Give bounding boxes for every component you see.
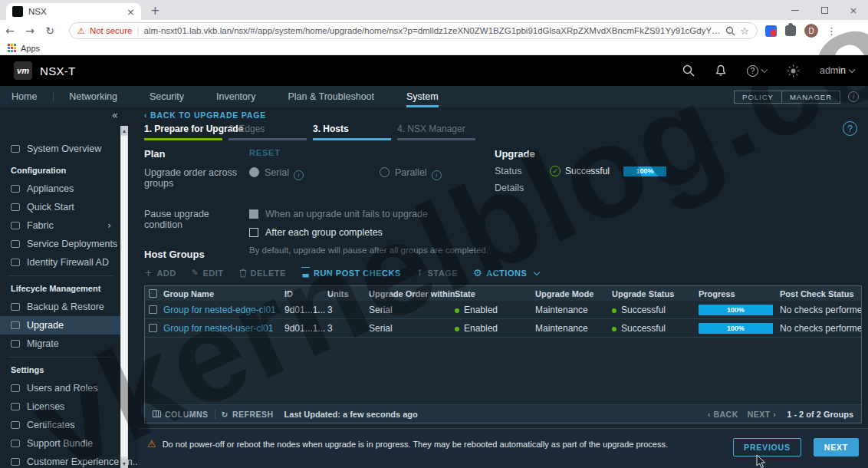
select-all-checkbox[interactable] [149, 289, 157, 298]
parallel-info-icon[interactable]: i [432, 170, 442, 180]
reload-icon[interactable]: ↻ [40, 25, 60, 37]
sidebar-scrollbar[interactable]: ▲ ▼ [120, 126, 128, 468]
sidebar-item-support-bundle[interactable]: Support Bundle [0, 434, 120, 453]
scroll-down-icon[interactable]: ▼ [120, 459, 128, 468]
window-maximize-button[interactable] [810, 0, 839, 20]
nav-item-system[interactable]: System [406, 86, 439, 107]
col-post-check-status[interactable]: Post Check Status [780, 289, 861, 298]
nav-item-security[interactable]: Security [150, 86, 184, 107]
browser-menu-icon[interactable]: ⋮ [827, 25, 837, 37]
scroll-up-icon[interactable]: ▲ [120, 126, 128, 135]
stage-button[interactable]: ↑STAGE [416, 268, 458, 278]
step-prepare[interactable]: 1. Prepare for Upgrade [144, 124, 222, 140]
step-hosts[interactable]: 3. Hosts [313, 124, 391, 140]
col-group-name[interactable]: Group Name [163, 289, 284, 298]
scrollbar-thumb[interactable] [121, 136, 127, 456]
delete-button[interactable]: DELETE [239, 269, 286, 278]
apps-label[interactable]: Apps [21, 44, 40, 53]
row-checkbox[interactable] [149, 324, 157, 332]
browser-tab[interactable]: NSX × [6, 3, 141, 20]
previous-button[interactable]: PREVIOUS [733, 438, 801, 456]
back-icon[interactable]: ← [0, 25, 20, 37]
sidebar-item-system-overview[interactable]: System Overview [0, 140, 120, 158]
mode-info-icon[interactable]: i [848, 91, 859, 102]
sidebar-item-appliances[interactable]: Appliances [0, 180, 120, 198]
page-help-icon[interactable]: ? [843, 121, 857, 136]
refresh-button[interactable]: ↻REFRESH [222, 410, 274, 419]
sidebar-item-migrate[interactable]: Migrate [0, 335, 120, 353]
sidebar-section-settings: Settings [0, 361, 120, 379]
sidebar-item-certificates[interactable]: Certificates [0, 416, 120, 434]
pause-on-failure-checkbox[interactable] [249, 209, 258, 219]
users-roles-icon [11, 384, 20, 392]
notifications-bell-icon[interactable] [715, 64, 727, 77]
sidebar-item-customer-experience[interactable]: Customer Experience Im... [0, 453, 120, 468]
sidebar-item-service-deployments[interactable]: Service Deployments [0, 235, 120, 253]
parallel-radio[interactable] [380, 167, 390, 177]
sidebar-item-backup-restore[interactable]: Backup & Restore [0, 298, 120, 316]
cell-units: 3 [327, 305, 369, 315]
zoom-icon[interactable] [725, 26, 735, 36]
col-progress[interactable]: Progress [699, 289, 780, 298]
row-checkbox[interactable] [149, 305, 157, 314]
sidebar-item-identity-firewall-ad[interactable]: Identity Firewall AD [0, 253, 120, 272]
theme-toggle-icon[interactable] [787, 64, 800, 77]
address-bar[interactable]: ⚠ Not secure | alm-nsxt01.lab.vkb.lan/ns… [69, 22, 758, 39]
search-icon[interactable] [682, 64, 695, 77]
manager-mode-button[interactable]: MANAGER [782, 91, 840, 104]
password-extension-icon[interactable] [765, 25, 777, 37]
help-icon: ? [747, 65, 758, 77]
help-menu[interactable]: ? [747, 65, 767, 77]
url-text[interactable]: alm-nsxt01.lab.vkb.lan/nsx/#/app/system/… [144, 26, 722, 35]
not-secure-label[interactable]: Not secure [90, 26, 133, 35]
next-button[interactable]: NEXT [814, 438, 859, 456]
sidebar-item-fabric[interactable]: Fabric› [0, 216, 120, 235]
col-upgrade-status[interactable]: Upgrade Status [612, 289, 699, 298]
sidebar-item-users-roles[interactable]: Users and Roles [0, 379, 120, 397]
col-state[interactable]: State [455, 289, 535, 298]
row-progress-bar: 100% [699, 305, 773, 315]
nav-item-plan-troubleshoot[interactable]: Plan & Troubleshoot [288, 86, 374, 107]
add-button[interactable]: +ADD [144, 267, 176, 278]
back-to-upgrade-link[interactable]: ‹ BACK TO UPGRADE PAGE [144, 110, 266, 120]
profile-avatar[interactable]: D [804, 24, 818, 38]
reset-button[interactable]: RESET [249, 148, 281, 160]
sidebar-item-upgrade[interactable]: Upgrade [0, 316, 120, 335]
user-menu[interactable]: admin [820, 65, 854, 76]
col-upgrade-mode[interactable]: Upgrade Mode [535, 289, 612, 298]
col-id[interactable]: ID [284, 289, 327, 298]
nav-item-networking[interactable]: Networking [69, 86, 117, 107]
host-groups-table: Group Name ID Units Upgrade Order within… [144, 285, 862, 424]
edit-button[interactable]: ✎EDIT [192, 268, 224, 278]
pagination-next-button[interactable]: NEXT › [748, 410, 776, 419]
run-post-checks-button[interactable]: RUN POST CHECKS [301, 269, 401, 278]
tab-close-icon[interactable]: × [127, 6, 135, 18]
sidebar-item-quick-start[interactable]: Quick Start [0, 198, 120, 216]
nav-item-inventory[interactable]: Inventory [216, 86, 255, 107]
extensions-icon[interactable] [785, 25, 796, 36]
pagination-back-button[interactable]: ‹ BACK [708, 410, 738, 419]
col-units[interactable]: Units [327, 289, 369, 298]
forward-icon[interactable]: → [20, 25, 40, 37]
step-nsx-manager[interactable]: 4. NSX Manager [397, 124, 475, 140]
group-link[interactable]: Group for nested-user-cl01 [163, 323, 273, 334]
pause-after-group-checkbox[interactable] [249, 228, 258, 237]
apps-grid-icon[interactable] [8, 44, 16, 52]
nav-item-home[interactable]: Home [12, 86, 37, 107]
window-minimize-button[interactable] [781, 0, 810, 20]
bookmark-star-icon[interactable]: ☆ [740, 25, 749, 37]
policy-mode-button[interactable]: POLICY [734, 91, 782, 104]
actions-button[interactable]: ⚙ACTIONS [473, 267, 539, 278]
sidebar-item-licenses[interactable]: Licenses [0, 397, 120, 416]
sidebar-collapse-icon[interactable]: « [111, 109, 118, 121]
sidebar-divider [8, 357, 113, 358]
main-nav: Home Networking Security Inventory Plan … [0, 86, 868, 107]
window-close-button[interactable]: × [839, 0, 868, 20]
new-tab-button[interactable]: + [150, 4, 160, 18]
step-edges[interactable]: 2. Edges [229, 124, 307, 140]
serial-info-icon[interactable]: i [294, 170, 304, 180]
group-link[interactable]: Group for nested-edge-cl01 [163, 305, 276, 315]
serial-radio[interactable] [249, 167, 259, 177]
col-upgrade-order[interactable]: Upgrade Order within Gro [369, 289, 455, 298]
columns-button[interactable]: COLUMNS [153, 410, 209, 419]
